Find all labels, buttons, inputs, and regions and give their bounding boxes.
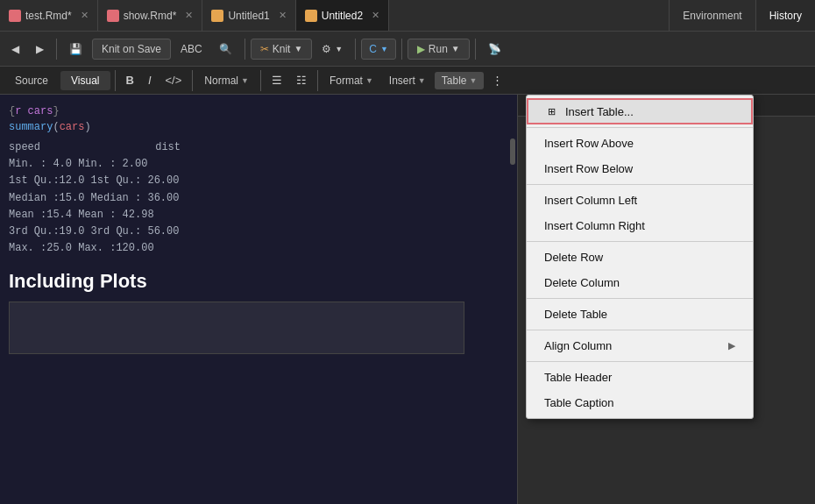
format-dropdown[interactable]: Format ▼	[322, 72, 380, 89]
editor-sep-1	[115, 70, 116, 91]
normal-dropdown[interactable]: Normal ▼	[197, 72, 256, 89]
tab-icon-show	[107, 10, 119, 22]
delete-row-label: Delete Row	[544, 251, 603, 264]
more-button[interactable]: ⋮	[485, 71, 509, 89]
tab-label-untitled1: Untitled1	[228, 10, 269, 22]
toolbar-sep-2	[244, 39, 245, 60]
scroll-indicator[interactable]	[510, 138, 515, 165]
format-label: Format	[330, 75, 363, 87]
toolbar-sep-3	[355, 39, 356, 60]
r-chunk-button[interactable]: C ▼	[361, 39, 396, 60]
tab-icon-untitled1	[211, 10, 223, 22]
tab-show[interactable]: show.Rmd* ✕	[98, 0, 203, 31]
save-button[interactable]: 💾	[62, 39, 89, 59]
table-dropdown[interactable]: Table ▼	[435, 72, 485, 89]
tab-close-untitled2[interactable]: ✕	[372, 10, 379, 21]
data-table-output: speed dist Min. : 4.0 Min. : 2.00 1st Qu…	[9, 139, 508, 257]
knit-on-save-button[interactable]: Knit on Save	[92, 39, 171, 60]
section-heading: Including Plots	[9, 270, 508, 293]
tab-visual[interactable]: Visual	[60, 71, 110, 90]
insert-row-above-label: Insert Row Above	[544, 137, 634, 150]
menu-item-table-caption[interactable]: Table Caption	[527, 390, 753, 415]
table-header-label: Table Header	[544, 371, 612, 384]
delete-table-label: Delete Table	[544, 308, 607, 321]
table-row-3: Median :15.0 Median : 36.00	[9, 190, 508, 207]
plot-placeholder	[9, 302, 464, 354]
menu-item-delete-table[interactable]: Delete Table	[527, 302, 753, 327]
environment-btn[interactable]: Environment	[669, 0, 755, 31]
code-button[interactable]: </>	[159, 71, 188, 89]
editor-pane[interactable]: {r cars} summary(cars) speed dist Min. :…	[0, 95, 517, 504]
run-button[interactable]: ▶ Run ▼	[408, 39, 470, 60]
tab-test[interactable]: test.Rmd* ✕	[0, 0, 98, 31]
insert-col-right-label: Insert Column Right	[544, 219, 645, 232]
normal-label: Normal	[204, 75, 238, 87]
menu-item-align-column[interactable]: Align Column ▶	[527, 333, 753, 358]
menu-item-insert-col-left[interactable]: Insert Column Left	[527, 188, 753, 213]
italic-button[interactable]: I	[142, 71, 158, 89]
toolbar-sep-4	[401, 39, 402, 60]
menu-item-insert-row-below[interactable]: Insert Row Below	[527, 156, 753, 181]
publish-button[interactable]: 📡	[481, 39, 508, 59]
menu-item-delete-row[interactable]: Delete Row	[527, 245, 753, 270]
knit-label: Knit	[273, 43, 291, 55]
submenu-arrow-icon: ▶	[728, 340, 735, 351]
tab-label-show: show.Rmd*	[124, 10, 177, 22]
menu-item-insert-row-above[interactable]: Insert Row Above	[527, 131, 753, 156]
menu-sep-4	[527, 298, 753, 299]
toolbar-sep-1	[56, 39, 57, 60]
table-row-2: 1st Qu.:12.0 1st Qu.: 26.00	[9, 173, 508, 189]
settings-arrow-icon: ▼	[335, 45, 343, 53]
table-label: Table	[442, 75, 467, 87]
menu-item-insert-col-right[interactable]: Insert Column Right	[527, 213, 753, 238]
magnify-button[interactable]: 🔍	[212, 39, 239, 59]
run-label: Run	[429, 43, 448, 55]
bold-button[interactable]: B	[120, 71, 140, 89]
tab-close-untitled1[interactable]: ✕	[279, 10, 287, 21]
code-line-2: summary(cars)	[9, 119, 508, 135]
knit-icon: ✂	[260, 43, 269, 55]
save-icon: 💾	[69, 43, 82, 55]
knit-arrow-icon: ▼	[294, 44, 302, 53]
table-row-5: 3rd Qu.:19.0 3rd Qu.: 56.00	[9, 224, 508, 240]
insert-table-icon: ⊞	[544, 104, 558, 118]
run-icon: ▶	[417, 43, 425, 55]
unordered-list-button[interactable]: ☰	[266, 71, 288, 89]
spellcheck-button[interactable]: ABC	[174, 39, 209, 59]
insert-dropdown[interactable]: Insert ▼	[382, 72, 433, 89]
menu-sep-6	[527, 361, 753, 362]
r-chunk-icon: C	[369, 43, 377, 55]
insert-row-below-label: Insert Row Below	[544, 162, 633, 175]
history-btn[interactable]: History	[755, 0, 815, 31]
tab-source[interactable]: Source	[4, 71, 59, 90]
spellcheck-label: ABC	[181, 43, 202, 55]
forward-button[interactable]: ▶	[29, 39, 51, 59]
editor-sep-3	[260, 70, 261, 91]
align-column-label: Align Column	[544, 339, 612, 352]
back-button[interactable]: ◀	[4, 39, 26, 59]
knit-save-label: Knit on Save	[102, 43, 161, 55]
editor-toolbar: Source Visual B I </> Normal ▼ ☰ ☷ Forma…	[0, 67, 815, 95]
tab-untitled2[interactable]: Untitled2 ✕	[296, 0, 389, 31]
ordered-list-button[interactable]: ☷	[290, 71, 313, 89]
tab-close-test[interactable]: ✕	[81, 10, 89, 21]
tab-icon-test	[9, 10, 21, 22]
insert-label: Insert	[389, 75, 415, 87]
tab-label-test: test.Rmd*	[25, 10, 72, 22]
settings-button[interactable]: ⚙ ▼	[315, 39, 350, 59]
table-headers: speed dist	[9, 139, 508, 156]
table-row-4: Mean :15.4 Mean : 42.98	[9, 207, 508, 224]
knit-button[interactable]: ✂ Knit ▼	[251, 39, 313, 60]
table-caption-label: Table Caption	[544, 396, 614, 409]
menu-item-delete-column[interactable]: Delete Column	[527, 270, 753, 295]
settings-icon: ⚙	[322, 43, 331, 55]
tab-untitled1[interactable]: Untitled1 ✕	[202, 0, 295, 31]
menu-sep-2	[527, 184, 753, 185]
table-row-1: Min. : 4.0 Min. : 2.00	[9, 156, 508, 173]
table-dropdown-menu: ⊞ Insert Table... Insert Row Above Inser…	[526, 95, 754, 419]
run-arrow-icon: ▼	[451, 44, 460, 53]
tab-close-show[interactable]: ✕	[185, 10, 193, 21]
menu-item-table-header[interactable]: Table Header	[527, 365, 753, 390]
menu-item-insert-table[interactable]: ⊞ Insert Table...	[527, 98, 753, 124]
r-chunk-arrow-icon: ▼	[380, 45, 388, 53]
